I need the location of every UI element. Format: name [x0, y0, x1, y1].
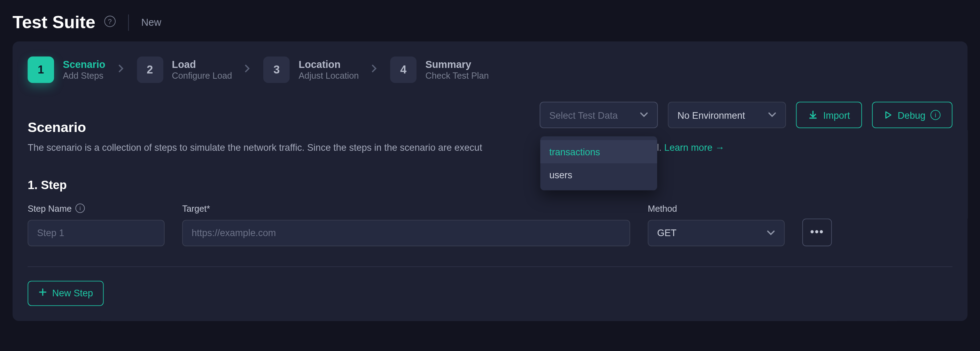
test-data-dropdown: transactions users [541, 136, 657, 190]
target-input[interactable] [182, 220, 630, 246]
step-subtitle: Adjust Location [299, 70, 359, 81]
chevron-down-icon [768, 112, 776, 118]
chevron-down-icon [767, 230, 775, 236]
play-icon [884, 111, 892, 119]
test-data-placeholder: Select Test Data [549, 110, 618, 121]
method-label: Method [648, 203, 784, 213]
step-1-heading: 1. Step [27, 178, 952, 192]
step-name-label: Step Name [27, 203, 72, 213]
new-step-label: New Step [52, 288, 93, 299]
test-data-select[interactable]: Select Test Data transactions users [540, 102, 658, 128]
dropdown-option-users[interactable]: users [541, 163, 657, 187]
step-scenario[interactable]: 1 Scenario Add Steps [27, 56, 105, 83]
import-label: Import [823, 110, 850, 121]
wizard-stepper: 1 Scenario Add Steps 2 Load Configure Lo… [27, 56, 952, 83]
environment-select[interactable]: No Environment [668, 102, 786, 128]
step-summary[interactable]: 4 Summary Check Test Plan [390, 56, 488, 83]
plus-icon [38, 288, 47, 299]
target-label: Target* [182, 203, 630, 213]
learn-more-link[interactable]: Learn more → [664, 142, 724, 153]
step-subtitle: Check Test Plan [425, 70, 488, 81]
new-link[interactable]: New [141, 17, 161, 28]
step-1-row: Step Name i Target* Method GET [27, 203, 952, 246]
debug-label: Debug [898, 110, 926, 121]
main-panel: 1 Scenario Add Steps 2 Load Configure Lo… [13, 41, 967, 321]
target-field: Target* [182, 203, 630, 246]
import-button[interactable]: Import [796, 102, 862, 128]
info-icon[interactable]: i [76, 204, 85, 213]
scenario-section: Scenario The scenario is a collection of… [27, 119, 952, 306]
chevron-right-icon [238, 64, 257, 75]
step-location[interactable]: 3 Location Adjust Location [263, 56, 359, 83]
page-title: Test Suite [13, 13, 95, 33]
environment-value: No Environment [677, 110, 745, 121]
chevron-right-icon [365, 64, 384, 75]
step-number: 2 [137, 56, 163, 83]
chevron-right-icon [111, 64, 130, 75]
chevron-down-icon [640, 112, 649, 118]
step-title: Load [172, 59, 232, 70]
step-title: Summary [425, 59, 488, 70]
step-title: Scenario [63, 59, 105, 70]
step-title: Location [299, 59, 359, 70]
scenario-toolbar: Select Test Data transactions users No E… [540, 102, 953, 128]
divider [128, 14, 129, 31]
step-number: 3 [263, 56, 290, 83]
info-icon: i [931, 110, 941, 120]
step-subtitle: Add Steps [63, 70, 105, 81]
debug-button[interactable]: Debug i [872, 102, 953, 128]
download-icon [808, 110, 818, 120]
page-header: Test Suite ? New [0, 0, 980, 41]
step-load[interactable]: 2 Load Configure Load [137, 56, 232, 83]
method-value: GET [657, 227, 677, 238]
step-name-field: Step Name i [27, 203, 164, 246]
dropdown-option-transactions[interactable]: transactions [541, 140, 657, 163]
step-more-button[interactable]: ••• [802, 218, 832, 246]
new-step-button[interactable]: New Step [27, 281, 103, 306]
step-number: 4 [390, 56, 417, 83]
method-select[interactable]: GET [648, 220, 784, 246]
ellipsis-icon: ••• [810, 226, 824, 239]
divider [27, 266, 952, 267]
help-icon[interactable]: ? [104, 16, 115, 27]
method-field: Method GET [648, 203, 784, 246]
step-name-input[interactable] [27, 220, 164, 246]
step-subtitle: Configure Load [172, 70, 232, 81]
scenario-description: The scenario is a collection of steps to… [27, 141, 952, 154]
step-number: 1 [27, 56, 54, 83]
